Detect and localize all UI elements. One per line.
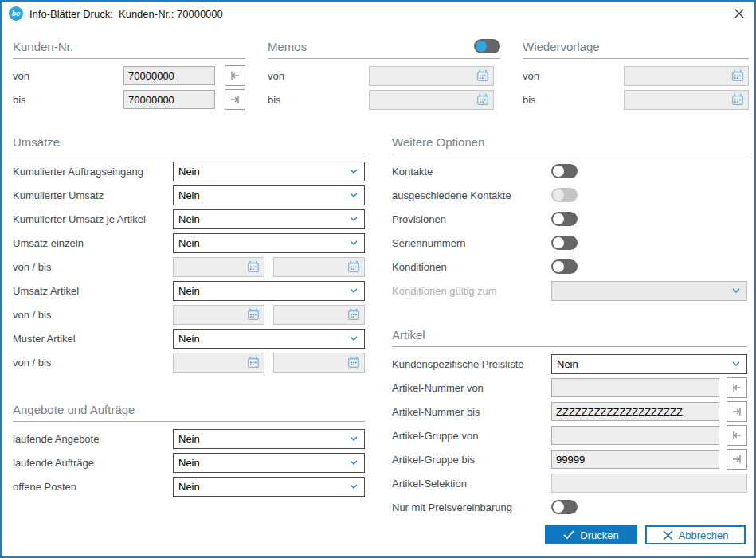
dropdown-value: Nein [178,457,348,469]
section-artikel: Artikel Kundenspezifische Preisliste Nei… [392,326,747,519]
umsaetze-row: Kumulierter Auftragseingang Nein [13,159,365,183]
section-wiedervorlage: Wiedervorlage von bis [523,38,749,111]
toggle-label: Seriennummern [392,237,551,249]
dropdown-value: Nein [178,189,348,201]
chevron-down-icon [348,481,359,492]
calendar-button[interactable] [346,354,362,370]
artikel-selektion-input[interactable] [551,474,747,493]
kumulierter-umsatz-dropdown[interactable]: Nein [173,185,365,205]
toggle-knob [476,41,487,52]
kunden-nr-von-input[interactable] [123,66,215,85]
artikel-nummer-bis-input[interactable] [551,402,719,421]
artikel-gruppe-bis-input[interactable] [551,450,719,469]
goto-first-button[interactable] [727,425,747,446]
section-weitere-optionen: Weitere Optionen Kontakte ausgeschiedene… [392,134,747,302]
bis-datefield[interactable] [273,257,365,277]
konditionen-toggle[interactable] [551,259,578,274]
close-button[interactable] [731,5,748,22]
kontakte-toggle[interactable] [551,164,578,178]
dropdown-value: Nein [178,433,348,445]
goto-first-button[interactable] [727,377,747,398]
seriennummern-toggle[interactable] [551,236,578,250]
laufende-angebote-dropdown[interactable]: Nein [173,429,365,449]
kumulierter-auftragseingang-dropdown[interactable]: Nein [173,162,365,181]
goto-last-button[interactable] [727,401,747,422]
memos-von-label: von [268,70,369,82]
weitere-row: Konditionen gültig zum [392,279,747,302]
toggle-label: Provisionen [392,213,551,225]
artikel-gruppe-von-input[interactable] [551,426,719,445]
arrow-to-first-icon [731,381,743,394]
wiedervorlage-bis-datefield[interactable] [624,90,749,110]
umsatz-artikel-dropdown[interactable]: Nein [173,281,365,301]
artikel-nummer-von-input[interactable] [551,378,719,397]
dropdown-label: Umsatz einzeln [13,237,173,249]
calendar-button[interactable] [730,92,746,107]
chevron-down-icon [731,358,742,369]
section-kunden-nr: Kunden-Nr. von bis [13,38,245,111]
section-title: Kunden-Nr. [13,40,73,53]
section-title: Umsätze [13,135,60,149]
calendar-button[interactable] [475,92,491,107]
kumulierter-umsatz-je-artikel-dropdown[interactable]: Nein [173,209,365,229]
calendar-icon [731,68,745,83]
calendar-icon [731,92,745,107]
weitere-row: Seriennummern [392,231,747,255]
dropdown-label: laufende Angebote [13,433,173,445]
arrow-to-last-icon [731,405,743,418]
abbrechen-button[interactable]: Abbrechen [645,525,746,544]
section-title: Memos [268,40,307,53]
chevron-down-icon [348,166,359,177]
chevron-down-icon [731,285,742,296]
bis-datefield[interactable] [273,305,365,325]
von-datefield[interactable] [173,257,264,277]
von-datefield[interactable] [173,353,264,373]
input-label: Artikel-Gruppe bis [392,454,551,466]
dropdown-value: Nein [178,481,348,493]
nur-mit-preisvereinbarung-toggle[interactable] [551,500,578,514]
wiedervorlage-von-datefield[interactable] [624,66,749,86]
dropdown-label: Kumulierter Umsatz je Artikel [13,213,173,225]
toggle-label: Kontakte [392,166,551,178]
goto-last-button[interactable] [225,89,245,110]
calendar-button[interactable] [245,259,261,275]
calendar-button[interactable] [245,306,261,322]
muster-artikel-dropdown[interactable]: Nein [173,329,365,349]
umsaetze-row: Muster Artikel Nein [13,326,365,350]
von-datefield[interactable] [173,305,264,325]
laufende-auftraege-dropdown[interactable]: Nein [173,453,365,473]
goto-last-button[interactable] [727,449,747,470]
goto-first-button[interactable] [225,65,245,86]
kunden-nr-bis-input[interactable] [123,90,215,109]
memos-von-datefield[interactable] [369,66,494,86]
provisionen-toggle[interactable] [551,212,578,226]
umsatz-einzeln-dropdown[interactable]: Nein [173,233,365,253]
section-wiedervorlage-header: Wiedervorlage [523,38,749,59]
input-label: Artikel-Gruppe von [392,430,551,442]
calendar-button[interactable] [475,68,491,84]
kundenspezifische-preisliste-dropdown[interactable]: Nein [551,354,747,374]
section-title: Wiedervorlage [523,40,600,53]
kunden-nr-von-row: von [13,64,245,88]
memos-toggle[interactable] [474,39,500,53]
calendar-button[interactable] [245,354,261,370]
bis-datefield[interactable] [273,353,365,373]
calendar-button[interactable] [346,306,362,322]
memos-bis-datefield[interactable] [369,90,494,110]
dropdown-label: Kumulierter Umsatz [13,189,173,201]
angebote-row: offene Posten Nein [13,474,365,498]
drucken-button[interactable]: Drucken [545,525,637,544]
artikel-row: Artikel-Nummer von [392,376,747,400]
check-icon [563,530,574,540]
section-umsaetze: Umsätze Kumulierter Auftragseingang Nein… [13,134,365,374]
dropdown-label: offene Posten [13,481,173,493]
section-title: Angebote und Aufträge [13,403,135,416]
chevron-down-icon [348,213,359,224]
dropdown-label: Kundenspezifische Preisliste [392,358,551,370]
calendar-icon [347,307,361,322]
wiedervorlage-von-label: von [523,70,624,82]
calendar-button[interactable] [346,259,362,275]
section-title: Artikel [392,328,425,341]
offene-posten-dropdown[interactable]: Nein [173,477,365,497]
calendar-button[interactable] [730,68,746,84]
